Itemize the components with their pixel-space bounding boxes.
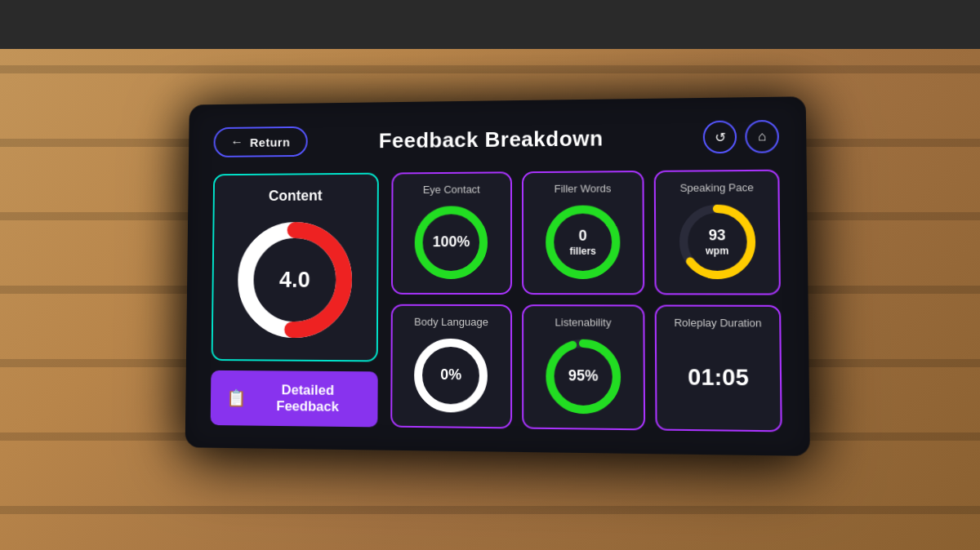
- header-icons: ↺ ⌂: [703, 120, 779, 153]
- eye-contact-label: Eye Contact: [423, 184, 480, 196]
- roleplay-duration-value: 01:05: [688, 364, 749, 391]
- listenability-value: 95%: [568, 367, 599, 385]
- listenability-label: Listenability: [555, 316, 611, 328]
- content-label: Content: [269, 188, 323, 205]
- home-icon: ⌂: [758, 129, 766, 144]
- detailed-feedback-label: Detailed Feedback: [254, 382, 362, 415]
- speaking-pace-donut: 93wpm: [675, 200, 760, 283]
- metric-card-listenability: Listenability 95%: [522, 304, 646, 430]
- body-language-label: Body Language: [414, 316, 488, 328]
- speaking-pace-label: Speaking Pace: [679, 181, 753, 194]
- body-language-value: 0%: [440, 366, 461, 384]
- metric-card-speaking-pace: Speaking Pace 93wpm: [654, 170, 781, 295]
- content-score: 4.0: [279, 267, 310, 293]
- speaking-pace-value: 93wpm: [706, 227, 729, 257]
- return-label: Return: [250, 135, 290, 149]
- home-button[interactable]: ⌂: [745, 120, 779, 153]
- metrics-grid: Eye Contact 100% Filler Words: [390, 170, 782, 432]
- monitor-wrapper: ← Return Feedback Breakdown ↺ ⌂ Content: [180, 100, 800, 450]
- metric-card-roleplay-duration: Roleplay Duration 01:05: [655, 305, 782, 432]
- metric-card-body-language: Body Language 0%: [390, 304, 512, 429]
- metric-card-filler-words: Filler Words 0fillers: [522, 171, 645, 295]
- refresh-icon: ↺: [715, 129, 726, 144]
- detailed-feedback-button[interactable]: 📋 Detailed Feedback: [211, 370, 378, 428]
- ceiling: [0, 0, 980, 49]
- content-donut: 4.0: [231, 215, 359, 344]
- return-button[interactable]: ← Return: [213, 126, 307, 157]
- feedback-icon: 📋: [226, 388, 246, 408]
- content-card: Content 4.0: [212, 173, 379, 362]
- left-panel: Content 4.0 📋: [211, 173, 379, 428]
- body-language-donut: 0%: [410, 335, 492, 417]
- monitor: ← Return Feedback Breakdown ↺ ⌂ Content: [185, 96, 810, 456]
- page-title: Feedback Breakdown: [379, 126, 604, 153]
- main-content: Content 4.0 📋: [211, 170, 782, 432]
- filler-words-value: 0fillers: [569, 228, 596, 257]
- refresh-button[interactable]: ↺: [703, 121, 737, 154]
- eye-contact-value: 100%: [433, 233, 470, 251]
- metric-card-eye-contact: Eye Contact 100%: [391, 171, 512, 295]
- listenability-donut: 95%: [541, 335, 625, 418]
- header: ← Return Feedback Breakdown ↺ ⌂: [213, 120, 779, 158]
- roleplay-duration-label: Roleplay Duration: [674, 317, 761, 330]
- eye-contact-donut: 100%: [411, 202, 492, 283]
- filler-words-label: Filler Words: [555, 182, 612, 194]
- filler-words-donut: 0fillers: [541, 201, 625, 283]
- return-arrow-icon: ←: [231, 135, 244, 149]
